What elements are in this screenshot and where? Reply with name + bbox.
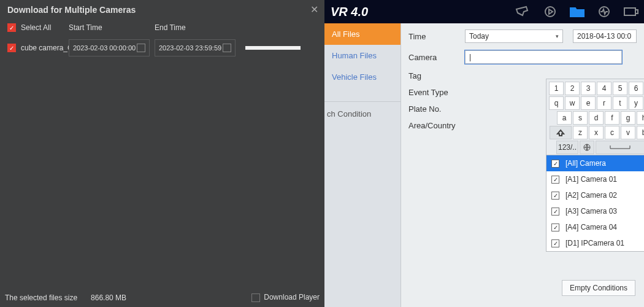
time-select[interactable]: Today▾ [465,29,563,43]
start-time-header: Start Time [69,23,155,32]
tab-all-files[interactable]: All Files [324,23,401,45]
tag-label: Tag [408,71,460,80]
status-icon[interactable] [595,4,613,19]
key-q[interactable]: q [549,96,564,110]
key-caps[interactable] [550,126,572,139]
svg-rect-2 [624,8,635,15]
select-all-label: Select All [21,23,51,32]
chevron-down-icon: ▾ [556,33,559,39]
progress-bar [245,45,301,51]
tab-human-files[interactable]: Human Files [324,45,401,66]
key-s[interactable]: s [573,111,588,125]
row-checkbox[interactable]: ✓ [7,44,16,52]
key-z[interactable]: z [573,126,588,139]
search-form: Time Today▾ 2018-04-13 00:0 Camera | Tag… [401,23,644,307]
key-y[interactable]: y [629,96,643,110]
camera-input[interactable]: | [465,50,622,64]
select-all-checkbox[interactable]: ✓ [7,23,16,32]
camera-icon[interactable] [514,4,532,19]
tab-vehicle-files[interactable]: Vehicle Files [324,66,401,88]
dialog-title: Download for Multiple Cameras [0,0,324,21]
dialog-footer: The selected files size 866.80 MB Downlo… [0,290,324,305]
camera-checkbox[interactable]: ✓ [551,223,559,231]
brand-label: VR 4.0 [328,5,368,19]
svg-rect-3 [635,10,638,14]
camera-option[interactable]: ✓[A1] Camera 01 [546,171,644,187]
camera-option-label: [A1] Camera 01 [565,175,617,184]
key-2[interactable]: 2 [565,82,580,95]
device-icon[interactable] [622,4,640,19]
camera-option[interactable]: ✓[A3] Camera 03 [546,203,644,219]
sidebar: All Files Human Files Vehicle Files ch C… [324,23,401,307]
camera-option-label: [A4] Camera 04 [565,223,617,231]
key-x[interactable]: x [589,126,604,139]
plate-label: Plate No. [408,104,460,114]
empty-conditions-button[interactable]: Empty Conditions [562,280,635,296]
topbar: VR 4.0 [324,0,644,23]
download-player-checkbox[interactable] [251,293,260,302]
playback-icon[interactable] [541,4,559,19]
camera-checkbox[interactable]: ✓ [551,192,559,200]
key-d[interactable]: d [589,111,604,125]
key-b[interactable]: b [637,126,644,139]
key-a[interactable]: a [557,111,572,125]
event-label: Event Type [408,88,460,97]
download-player-label: Download Player [264,293,320,301]
size-label: The selected files size [5,293,77,302]
files-icon[interactable] [568,4,586,19]
key-g[interactable]: g [621,111,635,125]
camera-option-label: [A3] Camera 03 [565,207,617,216]
end-time-input[interactable]: 2023-02-03 23:59:59 [155,39,236,56]
search-condition-label: ch Condition [324,101,401,119]
camera-option-label: [D1] IPCamera 01 [565,239,624,247]
camera-row: ✓cube camera_C... 2023-02-03 00:00:00 20… [0,34,324,61]
calendar-icon [223,44,231,52]
nvr-app: VR 4.0 All Files Human Files Vehicle Fil… [324,0,644,307]
camera-option-label: [All] Camera [565,159,606,168]
camera-label: Camera [408,53,460,62]
key-c[interactable]: c [605,126,619,139]
key-h[interactable]: h [637,111,644,125]
virtual-keyboard: 1234567890 qwertyuiop asdfghjkl zxcvbnm … [546,79,644,158]
camera-checkbox[interactable]: ✓ [551,208,559,216]
key-globe[interactable] [580,141,594,154]
camera-option[interactable]: ✓[A4] Camera 04 [546,219,644,235]
key-6[interactable]: 6 [629,82,643,95]
key-mode[interactable]: 123/.. [556,141,578,154]
key-t[interactable]: t [613,96,627,110]
camera-option[interactable]: ✓[A2] Camera 02 [546,187,644,203]
camera-checkbox[interactable]: ✓ [551,176,559,184]
start-time-input[interactable]: 2023-02-03 00:00:00 [69,39,150,56]
key-w[interactable]: w [565,96,580,110]
download-dialog: Download for Multiple Cameras ✕ ✓Select … [0,0,324,307]
camera-name: cube camera_C... [21,44,69,52]
key-v[interactable]: v [621,126,635,139]
key-space[interactable] [596,141,644,154]
camera-option-label: [A2] Camera 02 [565,191,617,200]
end-time-header: End Time [155,23,240,32]
key-5[interactable]: 5 [613,82,627,95]
size-value: 866.80 MB [91,293,126,302]
key-e[interactable]: e [581,96,596,110]
camera-option[interactable]: ✓[D1] IPCamera 01 [546,235,644,251]
time-label: Time [408,32,460,41]
date-select[interactable]: 2018-04-13 00:0 [573,29,637,43]
key-4[interactable]: 4 [597,82,611,95]
camera-option[interactable]: ✓[All] Camera [546,155,644,171]
calendar-icon [137,44,145,52]
camera-dropdown: ✓[All] Camera✓[A1] Camera 01✓[A2] Camera… [546,155,644,252]
key-f[interactable]: f [605,111,619,125]
area-label: Area/Country [408,121,460,130]
close-icon[interactable]: ✕ [310,4,318,15]
camera-checkbox[interactable]: ✓ [551,239,559,247]
key-r[interactable]: r [597,96,611,110]
key-1[interactable]: 1 [549,82,564,95]
key-3[interactable]: 3 [581,82,596,95]
camera-checkbox[interactable]: ✓ [551,160,559,168]
